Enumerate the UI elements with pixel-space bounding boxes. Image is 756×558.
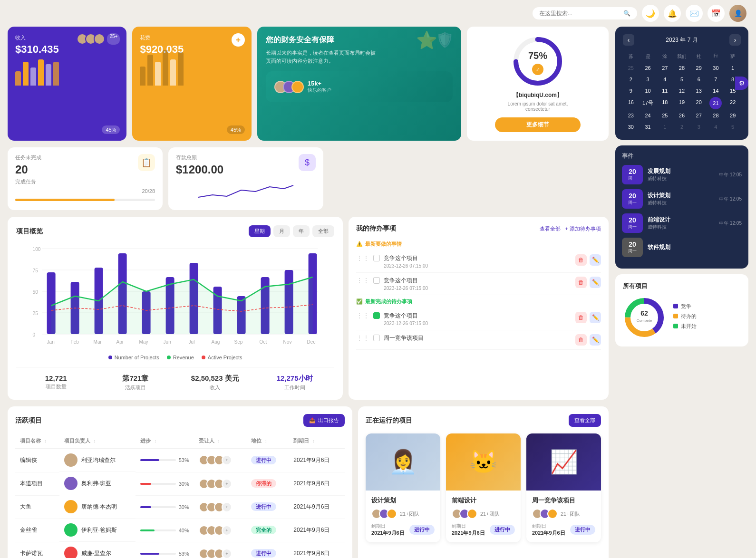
mail-icon-btn[interactable]: ✉️ (686, 5, 703, 22)
todo-add-btn[interactable]: + 添加待办事项 (565, 225, 601, 232)
todo-item-actions[interactable]: 🗑 ✏️ (575, 254, 601, 266)
todo-edit-btn[interactable]: ✏️ (590, 254, 601, 266)
cal-day[interactable]: 18 (657, 97, 673, 109)
cal-day[interactable]: 12 (674, 86, 690, 96)
task-icon: 📋 (138, 154, 155, 171)
running-card-team: 21+团队 (371, 509, 435, 519)
cal-day[interactable]: 3 (640, 74, 656, 85)
chart-title: 项目概览 (16, 227, 43, 236)
chart-stats: 12,721 项目数量 第721章 活跃项目 $2,50,523 美元 收入 1… (16, 367, 334, 391)
cal-day[interactable]: 28 (674, 63, 690, 73)
expense-add-btn[interactable]: + (232, 33, 245, 47)
cal-day[interactable]: 3 (691, 122, 707, 132)
drag-handle[interactable]: ⋮⋮ (356, 254, 369, 262)
drag-handle[interactable]: ⋮⋮ (356, 312, 369, 319)
search-input[interactable] (539, 10, 620, 17)
todo-edit-btn[interactable]: ✏️ (590, 334, 601, 346)
drag-handle[interactable]: ⋮⋮ (356, 334, 369, 342)
cal-next-btn[interactable]: › (729, 34, 741, 46)
todo-item-actions[interactable]: 🗑 ✏️ (575, 334, 601, 346)
chart-tabs[interactable]: 星期 月 年 全部 (249, 225, 334, 237)
todo-actions[interactable]: 查看全部 + 添加待办事项 (540, 225, 601, 232)
more-details-btn[interactable]: 更多细节 (495, 117, 581, 132)
col-name: 项目名称 ↕ (15, 433, 59, 449)
sort-icon[interactable]: ↕ (312, 439, 315, 443)
cal-day[interactable]: 5 (674, 74, 690, 85)
cal-day[interactable]: 30 (623, 122, 639, 132)
cal-day[interactable]: 13 (691, 86, 707, 96)
cal-day[interactable]: 29 (725, 110, 741, 121)
settings-gear-btn[interactable]: ⚙ (735, 77, 748, 90)
calendar-icon-btn[interactable]: 📅 (708, 5, 725, 22)
cal-day[interactable]: 2 (623, 74, 639, 85)
event-name: 前端设计 (648, 216, 670, 224)
drag-handle[interactable]: ⋮⋮ (356, 277, 369, 284)
cal-day[interactable]: 9 (623, 86, 639, 96)
tab-all[interactable]: 全部 (312, 225, 334, 237)
view-all-btn[interactable]: 查看全部 (569, 414, 601, 427)
todo-delete-btn[interactable]: 🗑 (575, 277, 587, 288)
todo-delete-btn[interactable]: 🗑 (575, 254, 587, 266)
cal-day[interactable]: 16 (623, 97, 639, 109)
cal-day[interactable]: 27 (691, 110, 707, 121)
cal-day[interactable]: 10 (640, 86, 656, 96)
cal-day[interactable]: 31 (640, 122, 656, 132)
sort-icon[interactable]: ↕ (265, 439, 267, 443)
tab-month[interactable]: 月 (273, 225, 290, 237)
todo-delete-btn[interactable]: 🗑 (575, 312, 587, 323)
cal-day[interactable]: 1 (725, 63, 741, 73)
cal-day[interactable]: 26 (640, 63, 656, 73)
cal-day[interactable]: 2 (674, 122, 690, 132)
cal-day[interactable]: 17号 (640, 97, 656, 109)
cal-day[interactable]: 30 (708, 63, 724, 73)
todo-delete-btn[interactable]: 🗑 (575, 334, 587, 346)
todo-edit-btn[interactable]: ✏️ (590, 312, 601, 323)
cal-day[interactable]: 21 (709, 97, 722, 109)
cal-day[interactable]: 25 (623, 63, 639, 73)
todo-checkbox-done[interactable] (373, 312, 380, 319)
todo-checkbox[interactable] (373, 335, 380, 341)
cal-day[interactable]: 19 (674, 97, 690, 109)
cal-day[interactable]: 27 (657, 63, 673, 73)
donut-section: 所有项目 62 Compete 竞争 (615, 274, 748, 346)
cal-day[interactable]: 4 (657, 74, 673, 85)
task-complete-label: 完成任务 (15, 178, 41, 185)
todo-item-actions[interactable]: 🗑 ✏️ (575, 312, 601, 323)
cal-day[interactable]: 11 (657, 86, 673, 96)
user-avatar[interactable]: 👤 (729, 5, 746, 22)
bell-icon-btn[interactable]: 🔔 (664, 5, 681, 22)
sort-icon[interactable]: ↕ (44, 439, 47, 443)
cal-day[interactable]: 1 (657, 122, 673, 132)
sort-icon[interactable]: ↕ (154, 439, 156, 443)
cal-day[interactable]: 6 (691, 74, 707, 85)
cal-day[interactable]: 14 (708, 86, 724, 96)
sort-icon[interactable]: ↕ (94, 439, 96, 443)
search-box[interactable]: 🔍 (533, 7, 637, 19)
moon-icon-btn[interactable]: 🌙 (642, 5, 659, 22)
cal-day[interactable]: 28 (708, 110, 724, 121)
legend-projects: Number of Projects (108, 355, 159, 360)
cal-day[interactable]: 24 (640, 110, 656, 121)
todo-item: ⋮⋮ 竞争这个项目 2023-12-26 07:15:00 🗑 ✏️ (356, 308, 601, 330)
cal-day[interactable]: 25 (657, 110, 673, 121)
export-btn[interactable]: 📤 出口报告 (303, 414, 345, 427)
todo-checkbox[interactable] (373, 255, 380, 261)
todo-edit-btn[interactable]: ✏️ (590, 277, 601, 288)
todo-view-all[interactable]: 查看全部 (540, 225, 561, 232)
cal-day[interactable]: 29 (691, 63, 707, 73)
cal-day[interactable]: 22 (725, 97, 741, 109)
cal-day[interactable]: 20 (691, 97, 707, 109)
finance-title: 您的财务安全有保障 (266, 35, 378, 45)
todo-item-actions[interactable]: 🗑 ✏️ (575, 277, 601, 288)
cal-day[interactable]: 4 (708, 122, 724, 132)
cal-day[interactable]: 23 (623, 110, 639, 121)
todo-title: 我的待办事项 (356, 224, 396, 233)
cal-prev-btn[interactable]: ‹ (623, 34, 634, 46)
cal-day[interactable]: 5 (725, 122, 741, 132)
cal-day[interactable]: 26 (674, 110, 690, 121)
cal-day[interactable]: 7 (708, 74, 724, 85)
tab-week[interactable]: 星期 (249, 225, 271, 237)
sort-icon[interactable]: ↕ (218, 439, 220, 443)
todo-checkbox[interactable] (373, 277, 380, 284)
tab-year[interactable]: 年 (293, 225, 310, 237)
